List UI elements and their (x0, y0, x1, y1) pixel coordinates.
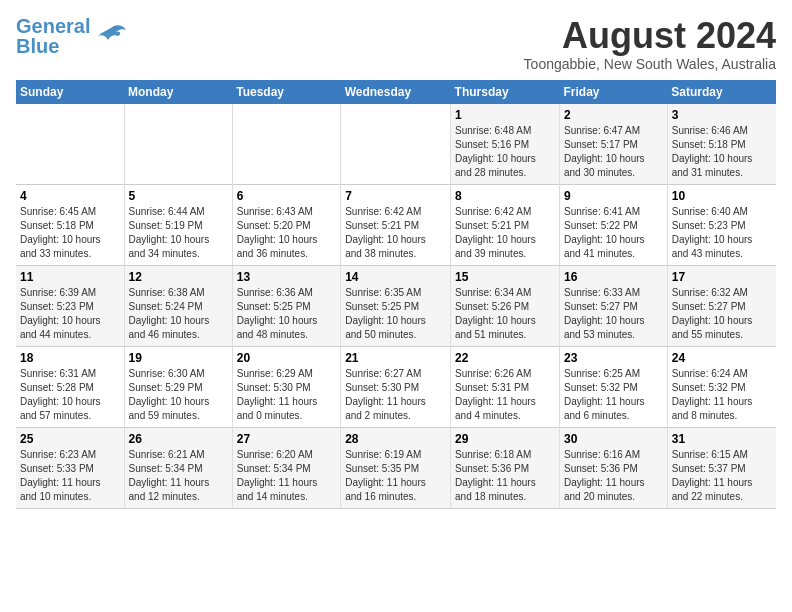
day-cell: 31Sunrise: 6:15 AM Sunset: 5:37 PM Dayli… (667, 427, 776, 508)
logo-text: General Blue (16, 16, 90, 56)
day-number: 24 (672, 351, 772, 365)
day-cell: 28Sunrise: 6:19 AM Sunset: 5:35 PM Dayli… (341, 427, 451, 508)
day-number: 5 (129, 189, 228, 203)
day-cell: 30Sunrise: 6:16 AM Sunset: 5:36 PM Dayli… (559, 427, 667, 508)
day-info: Sunrise: 6:18 AM Sunset: 5:36 PM Dayligh… (455, 448, 555, 504)
day-info: Sunrise: 6:19 AM Sunset: 5:35 PM Dayligh… (345, 448, 446, 504)
day-cell: 9Sunrise: 6:41 AM Sunset: 5:22 PM Daylig… (559, 184, 667, 265)
day-info: Sunrise: 6:39 AM Sunset: 5:23 PM Dayligh… (20, 286, 120, 342)
day-info: Sunrise: 6:35 AM Sunset: 5:25 PM Dayligh… (345, 286, 446, 342)
logo: General Blue (16, 16, 126, 56)
day-info: Sunrise: 6:45 AM Sunset: 5:18 PM Dayligh… (20, 205, 120, 261)
day-number: 10 (672, 189, 772, 203)
day-number: 13 (237, 270, 336, 284)
day-info: Sunrise: 6:33 AM Sunset: 5:27 PM Dayligh… (564, 286, 663, 342)
weekday-header-wednesday: Wednesday (341, 80, 451, 104)
day-number: 12 (129, 270, 228, 284)
day-number: 18 (20, 351, 120, 365)
day-cell: 16Sunrise: 6:33 AM Sunset: 5:27 PM Dayli… (559, 265, 667, 346)
day-cell: 23Sunrise: 6:25 AM Sunset: 5:32 PM Dayli… (559, 346, 667, 427)
day-info: Sunrise: 6:47 AM Sunset: 5:17 PM Dayligh… (564, 124, 663, 180)
week-row-1: 1Sunrise: 6:48 AM Sunset: 5:16 PM Daylig… (16, 104, 776, 185)
page-header: General Blue August 2024 Toongabbie, New… (16, 16, 776, 72)
day-number: 16 (564, 270, 663, 284)
day-info: Sunrise: 6:48 AM Sunset: 5:16 PM Dayligh… (455, 124, 555, 180)
week-row-4: 18Sunrise: 6:31 AM Sunset: 5:28 PM Dayli… (16, 346, 776, 427)
day-info: Sunrise: 6:42 AM Sunset: 5:21 PM Dayligh… (345, 205, 446, 261)
day-cell (341, 104, 451, 185)
day-info: Sunrise: 6:23 AM Sunset: 5:33 PM Dayligh… (20, 448, 120, 504)
day-cell: 7Sunrise: 6:42 AM Sunset: 5:21 PM Daylig… (341, 184, 451, 265)
day-info: Sunrise: 6:42 AM Sunset: 5:21 PM Dayligh… (455, 205, 555, 261)
day-number: 14 (345, 270, 446, 284)
day-info: Sunrise: 6:41 AM Sunset: 5:22 PM Dayligh… (564, 205, 663, 261)
day-number: 25 (20, 432, 120, 446)
day-info: Sunrise: 6:24 AM Sunset: 5:32 PM Dayligh… (672, 367, 772, 423)
day-number: 26 (129, 432, 228, 446)
day-info: Sunrise: 6:36 AM Sunset: 5:25 PM Dayligh… (237, 286, 336, 342)
day-info: Sunrise: 6:21 AM Sunset: 5:34 PM Dayligh… (129, 448, 228, 504)
day-info: Sunrise: 6:27 AM Sunset: 5:30 PM Dayligh… (345, 367, 446, 423)
day-number: 17 (672, 270, 772, 284)
day-cell (16, 104, 124, 185)
day-info: Sunrise: 6:43 AM Sunset: 5:20 PM Dayligh… (237, 205, 336, 261)
day-cell: 24Sunrise: 6:24 AM Sunset: 5:32 PM Dayli… (667, 346, 776, 427)
week-row-2: 4Sunrise: 6:45 AM Sunset: 5:18 PM Daylig… (16, 184, 776, 265)
day-cell: 5Sunrise: 6:44 AM Sunset: 5:19 PM Daylig… (124, 184, 232, 265)
day-number: 22 (455, 351, 555, 365)
day-number: 15 (455, 270, 555, 284)
calendar-table: SundayMondayTuesdayWednesdayThursdayFrid… (16, 80, 776, 509)
day-number: 8 (455, 189, 555, 203)
day-cell: 17Sunrise: 6:32 AM Sunset: 5:27 PM Dayli… (667, 265, 776, 346)
day-number: 1 (455, 108, 555, 122)
day-cell: 25Sunrise: 6:23 AM Sunset: 5:33 PM Dayli… (16, 427, 124, 508)
day-number: 27 (237, 432, 336, 446)
day-info: Sunrise: 6:46 AM Sunset: 5:18 PM Dayligh… (672, 124, 772, 180)
weekday-header-friday: Friday (559, 80, 667, 104)
day-cell: 22Sunrise: 6:26 AM Sunset: 5:31 PM Dayli… (451, 346, 560, 427)
day-cell: 1Sunrise: 6:48 AM Sunset: 5:16 PM Daylig… (451, 104, 560, 185)
day-info: Sunrise: 6:26 AM Sunset: 5:31 PM Dayligh… (455, 367, 555, 423)
day-cell: 27Sunrise: 6:20 AM Sunset: 5:34 PM Dayli… (232, 427, 340, 508)
day-info: Sunrise: 6:34 AM Sunset: 5:26 PM Dayligh… (455, 286, 555, 342)
day-cell: 26Sunrise: 6:21 AM Sunset: 5:34 PM Dayli… (124, 427, 232, 508)
weekday-header-monday: Monday (124, 80, 232, 104)
day-info: Sunrise: 6:25 AM Sunset: 5:32 PM Dayligh… (564, 367, 663, 423)
day-number: 28 (345, 432, 446, 446)
day-number: 4 (20, 189, 120, 203)
day-cell: 11Sunrise: 6:39 AM Sunset: 5:23 PM Dayli… (16, 265, 124, 346)
day-info: Sunrise: 6:29 AM Sunset: 5:30 PM Dayligh… (237, 367, 336, 423)
day-info: Sunrise: 6:20 AM Sunset: 5:34 PM Dayligh… (237, 448, 336, 504)
day-cell: 29Sunrise: 6:18 AM Sunset: 5:36 PM Dayli… (451, 427, 560, 508)
day-info: Sunrise: 6:44 AM Sunset: 5:19 PM Dayligh… (129, 205, 228, 261)
day-number: 7 (345, 189, 446, 203)
day-number: 30 (564, 432, 663, 446)
day-cell: 6Sunrise: 6:43 AM Sunset: 5:20 PM Daylig… (232, 184, 340, 265)
day-number: 2 (564, 108, 663, 122)
day-cell: 21Sunrise: 6:27 AM Sunset: 5:30 PM Dayli… (341, 346, 451, 427)
day-cell: 4Sunrise: 6:45 AM Sunset: 5:18 PM Daylig… (16, 184, 124, 265)
day-number: 11 (20, 270, 120, 284)
day-info: Sunrise: 6:31 AM Sunset: 5:28 PM Dayligh… (20, 367, 120, 423)
week-row-5: 25Sunrise: 6:23 AM Sunset: 5:33 PM Dayli… (16, 427, 776, 508)
day-info: Sunrise: 6:30 AM Sunset: 5:29 PM Dayligh… (129, 367, 228, 423)
week-row-3: 11Sunrise: 6:39 AM Sunset: 5:23 PM Dayli… (16, 265, 776, 346)
day-info: Sunrise: 6:40 AM Sunset: 5:23 PM Dayligh… (672, 205, 772, 261)
location-text: Toongabbie, New South Wales, Australia (524, 56, 776, 72)
day-number: 23 (564, 351, 663, 365)
weekday-header-thursday: Thursday (451, 80, 560, 104)
weekday-header-tuesday: Tuesday (232, 80, 340, 104)
day-number: 19 (129, 351, 228, 365)
day-number: 20 (237, 351, 336, 365)
weekday-header-saturday: Saturday (667, 80, 776, 104)
day-info: Sunrise: 6:15 AM Sunset: 5:37 PM Dayligh… (672, 448, 772, 504)
day-info: Sunrise: 6:38 AM Sunset: 5:24 PM Dayligh… (129, 286, 228, 342)
title-block: August 2024 Toongabbie, New South Wales,… (524, 16, 776, 72)
day-cell: 18Sunrise: 6:31 AM Sunset: 5:28 PM Dayli… (16, 346, 124, 427)
day-cell: 2Sunrise: 6:47 AM Sunset: 5:17 PM Daylig… (559, 104, 667, 185)
day-cell (124, 104, 232, 185)
day-cell: 15Sunrise: 6:34 AM Sunset: 5:26 PM Dayli… (451, 265, 560, 346)
day-cell: 14Sunrise: 6:35 AM Sunset: 5:25 PM Dayli… (341, 265, 451, 346)
weekday-header-row: SundayMondayTuesdayWednesdayThursdayFrid… (16, 80, 776, 104)
day-cell: 8Sunrise: 6:42 AM Sunset: 5:21 PM Daylig… (451, 184, 560, 265)
